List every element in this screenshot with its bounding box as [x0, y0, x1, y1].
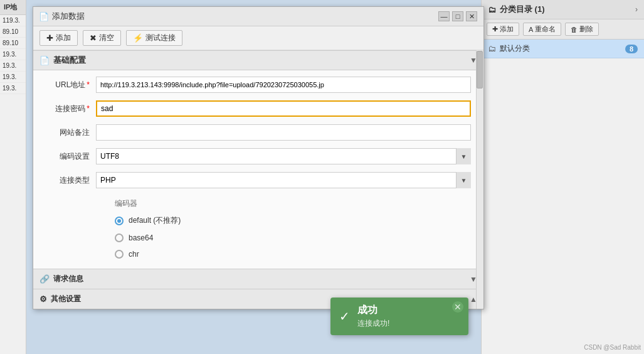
ip-item-2[interactable]: 89.10 — [0, 26, 26, 38]
remark-input[interactable] — [96, 124, 471, 141]
category-badge: 8 — [625, 45, 638, 53]
success-toast: ✓ 成功 连接成功! ✕ — [330, 298, 468, 335]
request-info-icon: 🔗 — [40, 274, 50, 284]
encoder-base64-label: base64 — [129, 233, 153, 242]
encoder-chr-label: chr — [129, 250, 139, 259]
encoding-select[interactable]: UTF8 GBK GB2312 — [96, 148, 471, 164]
encoding-select-wrapper: UTF8 GBK GB2312 ▼ — [96, 148, 471, 164]
ip-panel-header: IP地 — [0, 0, 26, 15]
password-required: * — [87, 104, 90, 113]
connection-type-row: 连接类型 PHP ASP JSP ASPX ▼ — [46, 172, 471, 188]
main-area: 📄 添加数据 — □ ✕ ✚ 添加 ✖ 清空 ⚡ 测试连接 — [26, 0, 481, 354]
right-delete-icon: 🗑 — [571, 26, 578, 33]
clear-label: 清空 — [99, 33, 114, 43]
left-ip-panel: IP地 119.3. 89.10 89.10 19.3. 19.3. 19.3.… — [0, 0, 26, 354]
ip-item-4[interactable]: 19.3. — [0, 49, 26, 60]
test-connection-button[interactable]: ⚡ 测试连接 — [126, 30, 182, 46]
radio-base64[interactable] — [115, 233, 124, 242]
right-category-panel: 🗂 分类目录 (1) › ✚ 添加 A 重命名 🗑 删除 🗂 默认分类 8 CS… — [481, 0, 644, 354]
connection-type-label: 连接类型 — [46, 175, 96, 186]
url-row: URL地址* — [46, 77, 471, 93]
toast-title: 成功 — [357, 304, 389, 317]
folder-icon: 🗂 — [488, 5, 496, 14]
test-icon: ⚡ — [133, 33, 143, 43]
right-panel-header: 🗂 分类目录 (1) › — [482, 0, 644, 19]
right-delete-label: 删除 — [579, 24, 593, 34]
encoder-label: 编码器 — [46, 196, 471, 212]
close-button[interactable]: ✕ — [466, 11, 477, 21]
request-info-header[interactable]: 🔗 请求信息 ▼ — [33, 269, 483, 289]
encoder-default-row[interactable]: default (不推荐) — [46, 212, 471, 230]
password-row: 连接密码* — [46, 100, 471, 117]
radio-chr[interactable] — [115, 250, 124, 259]
ip-item-5[interactable]: 19.3. — [0, 60, 26, 72]
right-rename-icon: A — [529, 26, 533, 33]
right-panel-expand-icon[interactable]: › — [635, 5, 638, 14]
radio-default[interactable] — [115, 217, 124, 225]
connection-type-select-wrapper: PHP ASP JSP ASPX ▼ — [96, 172, 471, 188]
scrollbar-thumb[interactable] — [477, 51, 483, 88]
url-input[interactable] — [96, 77, 471, 93]
ip-item-7[interactable]: 19.3. — [0, 83, 26, 94]
dialog-title-text: 添加数据 — [52, 11, 85, 22]
clear-button[interactable]: ✖ 清空 — [83, 30, 121, 46]
maximize-button[interactable]: □ — [452, 11, 463, 21]
request-info-title: 请求信息 — [53, 274, 83, 284]
toast-close-button[interactable]: ✕ — [452, 301, 463, 313]
default-category-item[interactable]: 🗂 默认分类 8 — [482, 40, 644, 58]
scrollbar-track[interactable] — [476, 50, 483, 309]
basic-config-icon: 📄 — [40, 56, 50, 65]
remark-row: 网站备注 — [46, 124, 471, 141]
toast-content: 成功 连接成功! — [357, 304, 389, 329]
basic-config-title-area: 📄 基础配置 — [40, 55, 86, 66]
add-button[interactable]: ✚ 添加 — [40, 30, 78, 46]
right-panel-title: 🗂 分类目录 (1) — [488, 4, 545, 15]
minimize-button[interactable]: — — [438, 11, 450, 21]
url-label: URL地址* — [46, 80, 96, 90]
toast-check-icon: ✓ — [339, 309, 350, 324]
category-name: 默认分类 — [500, 43, 621, 54]
encoding-row: 编码设置 UTF8 GBK GB2312 ▼ — [46, 148, 471, 164]
dialog-controls: — □ ✕ — [438, 11, 477, 21]
connection-type-select[interactable]: PHP ASP JSP ASPX — [96, 172, 471, 188]
category-title-text: 分类目录 (1) — [500, 4, 545, 15]
dialog-titlebar: 📄 添加数据 — □ ✕ — [33, 7, 483, 26]
toast-message: 连接成功! — [357, 318, 389, 329]
right-delete-button[interactable]: 🗑 删除 — [565, 23, 599, 36]
ip-item-1[interactable]: 119.3. — [0, 15, 26, 26]
encoder-base64-row[interactable]: base64 — [46, 230, 471, 246]
dialog-title-icon: 📄 — [40, 12, 48, 21]
encoder-chr-row[interactable]: chr — [46, 246, 471, 262]
add-icon: ✚ — [46, 33, 53, 43]
password-label: 连接密码* — [46, 104, 96, 114]
right-add-label: 添加 — [500, 24, 514, 34]
add-label: 添加 — [56, 33, 71, 43]
basic-config-title: 基础配置 — [53, 55, 86, 66]
other-settings-title: 其他设置 — [51, 294, 81, 304]
ip-item-6[interactable]: 19.3. — [0, 72, 26, 83]
category-folder-icon: 🗂 — [488, 44, 496, 53]
basic-config-header[interactable]: 📄 基础配置 ▼ — [33, 50, 483, 70]
dialog-toolbar: ✚ 添加 ✖ 清空 ⚡ 测试连接 — [33, 26, 483, 50]
right-rename-label: 重命名 — [535, 24, 556, 34]
encoding-label: 编码设置 — [46, 151, 96, 162]
right-panel-toolbar: ✚ 添加 A 重命名 🗑 删除 — [482, 19, 644, 40]
url-required: * — [87, 80, 90, 89]
ip-item-3[interactable]: 89.10 — [0, 38, 26, 49]
test-label: 测试连接 — [145, 33, 176, 43]
dialog-scrollable: 📄 基础配置 ▼ URL地址* 连接密码* — [33, 50, 483, 309]
remark-label: 网站备注 — [46, 127, 96, 138]
watermark: CSDN @Sad Rabbit — [584, 344, 641, 351]
right-add-button[interactable]: ✚ 添加 — [487, 23, 519, 36]
password-input[interactable] — [96, 100, 471, 117]
other-settings-icon: ⚙ — [40, 294, 47, 304]
add-data-dialog: 📄 添加数据 — □ ✕ ✚ 添加 ✖ 清空 ⚡ 测试连接 — [33, 6, 484, 309]
encoder-default-label: default (不推荐) — [129, 215, 181, 226]
dialog-title: 📄 添加数据 — [40, 11, 85, 22]
clear-icon: ✖ — [90, 33, 97, 43]
right-rename-button[interactable]: A 重命名 — [523, 23, 561, 36]
basic-config-form: URL地址* 连接密码* 网站备注 — [33, 70, 483, 269]
right-add-icon: ✚ — [492, 25, 498, 33]
